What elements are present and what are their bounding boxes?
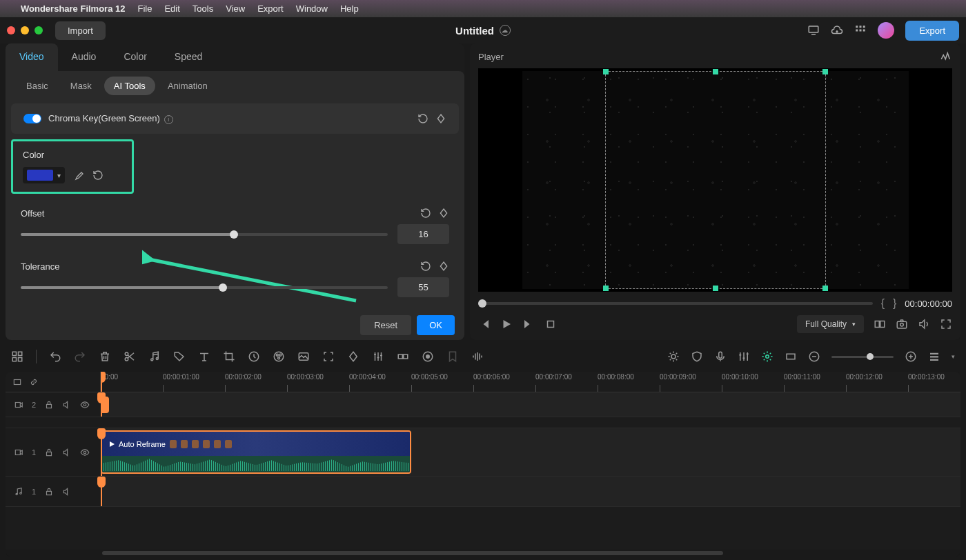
- shield-icon[interactable]: [691, 350, 703, 363]
- snapshot-icon[interactable]: [896, 318, 908, 330]
- subtab-mask[interactable]: Mask: [61, 77, 101, 95]
- subtab-ai-tools[interactable]: AI Tools: [104, 77, 155, 95]
- image-icon[interactable]: [297, 350, 310, 363]
- viewport[interactable]: [478, 68, 952, 292]
- scrubber[interactable]: [478, 302, 873, 305]
- redo-icon[interactable]: [74, 350, 86, 363]
- marker-tb-icon[interactable]: [446, 350, 459, 363]
- layout-icon[interactable]: [11, 350, 23, 363]
- mic-icon[interactable]: [714, 350, 727, 363]
- cloud-download-icon[interactable]: [831, 24, 843, 37]
- zoom-out-icon[interactable]: [808, 350, 820, 363]
- handle-br[interactable]: [822, 286, 828, 291]
- mark-out-icon[interactable]: }: [893, 297, 896, 310]
- maximize-window[interactable]: [34, 26, 43, 34]
- focus-icon[interactable]: [322, 350, 335, 363]
- ruler[interactable]: 00:0000:00:01:0000:00:02:0000:00:03:0000…: [101, 372, 960, 392]
- group-icon[interactable]: [397, 350, 409, 363]
- tolerance-value[interactable]: 55: [397, 277, 449, 297]
- visibility-icon[interactable]: [80, 448, 90, 457]
- track-body-v1[interactable]: Auto Reframe: [101, 428, 960, 476]
- keyframe-icon[interactable]: [435, 113, 446, 124]
- handle-tm[interactable]: [713, 69, 718, 74]
- offset-slider[interactable]: [21, 233, 388, 236]
- delete-icon[interactable]: [99, 350, 111, 363]
- text-icon[interactable]: [198, 350, 210, 363]
- lock-icon[interactable]: [44, 487, 54, 497]
- tab-audio[interactable]: Audio: [58, 43, 110, 71]
- music-icon[interactable]: [148, 350, 161, 363]
- menu-help[interactable]: Help: [340, 3, 359, 14]
- eyedropper-icon[interactable]: [73, 170, 84, 181]
- lock-icon[interactable]: [44, 448, 54, 457]
- handle-tr[interactable]: [822, 69, 828, 74]
- playhead[interactable]: [101, 372, 102, 392]
- link-icon[interactable]: [29, 377, 39, 387]
- tolerance-reset-icon[interactable]: [420, 261, 431, 272]
- render-icon[interactable]: [761, 350, 773, 363]
- fullscreen-icon[interactable]: [940, 318, 952, 330]
- handle-tl[interactable]: [603, 69, 609, 74]
- volume-icon[interactable]: [918, 318, 930, 330]
- adjust-icon[interactable]: [372, 350, 384, 363]
- app-name[interactable]: Wondershare Filmora 12: [21, 3, 125, 14]
- color-swatch-dropdown[interactable]: ▾: [23, 167, 65, 183]
- mute-icon[interactable]: [62, 487, 72, 497]
- menu-tools[interactable]: Tools: [193, 3, 213, 14]
- handle-bl[interactable]: [603, 286, 609, 291]
- offset-reset-icon[interactable]: [420, 208, 431, 219]
- audio-levels-icon[interactable]: [471, 350, 484, 363]
- close-window[interactable]: [7, 26, 15, 34]
- mute-icon[interactable]: [62, 400, 72, 410]
- apps-grid-icon[interactable]: [854, 24, 867, 37]
- track-display-chevron-icon[interactable]: ▾: [952, 353, 955, 360]
- record-icon[interactable]: [422, 350, 434, 363]
- tag-icon[interactable]: [173, 350, 186, 363]
- scopes-icon[interactable]: [940, 50, 952, 63]
- user-avatar[interactable]: [878, 22, 894, 39]
- auto-icon[interactable]: [667, 350, 680, 363]
- play-icon[interactable]: [500, 318, 513, 330]
- crop-icon[interactable]: [223, 350, 235, 363]
- mark-in-icon[interactable]: {: [881, 297, 885, 310]
- minimize-window[interactable]: [21, 26, 29, 34]
- menu-edit[interactable]: Edit: [164, 3, 179, 14]
- split-icon[interactable]: [124, 350, 136, 363]
- reset-icon[interactable]: [417, 113, 428, 124]
- color-icon[interactable]: [273, 350, 285, 363]
- subtab-animation[interactable]: Animation: [158, 77, 217, 95]
- visibility-icon[interactable]: [80, 400, 90, 410]
- track-body-v2[interactable]: [101, 392, 960, 417]
- lock-icon[interactable]: [44, 400, 54, 410]
- import-button[interactable]: Import: [55, 21, 106, 40]
- reset-button[interactable]: Reset: [360, 315, 411, 335]
- tolerance-slider[interactable]: [21, 286, 388, 289]
- aspect-icon[interactable]: [785, 350, 797, 363]
- handle-bm[interactable]: [713, 286, 718, 291]
- undo-icon[interactable]: [49, 350, 61, 363]
- info-icon[interactable]: i: [164, 115, 173, 124]
- menu-file[interactable]: File: [137, 3, 152, 14]
- zoom-slider[interactable]: [831, 356, 894, 358]
- track-display-icon[interactable]: [928, 350, 940, 363]
- tolerance-keyframe-icon[interactable]: [438, 261, 449, 272]
- offset-value[interactable]: 16: [397, 224, 449, 244]
- menu-view[interactable]: View: [226, 3, 245, 14]
- display-icon[interactable]: [807, 24, 820, 37]
- tab-color[interactable]: Color: [110, 43, 160, 71]
- track-body-a1[interactable]: [101, 477, 960, 506]
- next-frame-icon[interactable]: [522, 318, 535, 330]
- ok-button[interactable]: OK: [417, 315, 455, 335]
- zoom-in-icon[interactable]: [905, 350, 917, 363]
- video-clip[interactable]: Auto Reframe: [101, 430, 411, 474]
- color-reset-icon[interactable]: [92, 170, 103, 181]
- export-button[interactable]: Export: [905, 21, 959, 41]
- timeline-scrollbar[interactable]: [6, 550, 960, 557]
- chroma-key-toggle[interactable]: [23, 114, 41, 123]
- stop-icon[interactable]: [544, 318, 557, 330]
- cloud-sync-icon[interactable]: ☁: [500, 25, 511, 36]
- subtab-basic[interactable]: Basic: [17, 77, 58, 95]
- compare-icon[interactable]: [874, 318, 886, 330]
- media-icon[interactable]: [12, 377, 22, 387]
- prev-frame-icon[interactable]: [478, 318, 491, 330]
